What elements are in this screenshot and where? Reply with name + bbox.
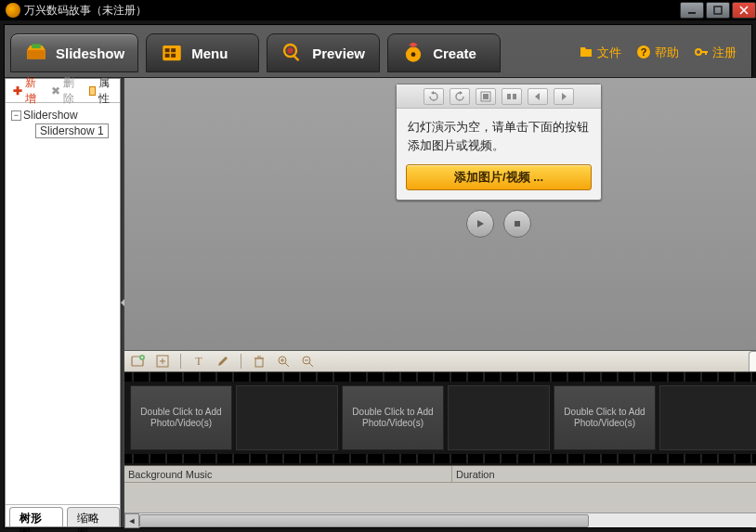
empty-slideshow-panel: 幻灯演示为空，请单击下面的按钮添加图片或视频。 添加图片/视频 ... — [396, 84, 602, 201]
help-menu[interactable]: ? 帮助 — [636, 45, 679, 62]
svg-rect-4 — [165, 48, 170, 52]
sidebar-tree: − Slidershow Slidershow 1 — [6, 103, 120, 504]
help-menu-label: 帮助 — [655, 45, 679, 61]
app-frame: Slideshow Menu Preview Create 文件 — [0, 20, 756, 532]
fit-icon[interactable] — [476, 88, 496, 105]
storyboard-slot[interactable] — [236, 385, 338, 450]
sidebar-thumbview-tab[interactable]: 缩略图 — [67, 507, 121, 526]
svg-rect-3 — [163, 45, 181, 60]
file-icon — [579, 45, 593, 62]
storyboard-slot[interactable]: Double Click to Add Photo/Video(s) — [342, 385, 444, 450]
svg-rect-20 — [507, 94, 511, 99]
sidebar-remove-button[interactable]: ✖ 删除 — [47, 75, 78, 107]
svg-rect-0 — [688, 12, 696, 14]
bgmusic-rows[interactable] — [124, 483, 756, 513]
tree-root[interactable]: − Slidershow — [11, 109, 114, 122]
file-menu[interactable]: 文件 — [579, 45, 621, 62]
actual-size-icon[interactable] — [502, 88, 522, 105]
register-menu-label: 注册 — [712, 45, 736, 61]
tree-child[interactable]: Slidershow 1 — [35, 123, 109, 138]
tab-slideshow-label: Slideshow — [56, 45, 124, 61]
storyboard-slot[interactable]: Double Click to Add Photo/Video(s) — [130, 385, 232, 450]
zoom-in-icon[interactable] — [275, 353, 292, 370]
tab-menu[interactable]: Menu — [146, 33, 259, 72]
bgmusic-panel: Background Music Duration Track Index — [124, 465, 756, 513]
close-button[interactable] — [732, 2, 756, 19]
sidebar-treeview-tab[interactable]: 树形图 — [9, 507, 63, 526]
tab-create[interactable]: Create — [387, 33, 501, 72]
panel-toolbar — [397, 84, 601, 109]
rotate-right-icon[interactable] — [450, 88, 470, 105]
add-photo-icon[interactable] — [130, 353, 147, 370]
menu-icon — [160, 41, 184, 65]
playback-controls — [466, 210, 531, 238]
file-menu-label: 文件 — [597, 45, 621, 61]
sidebar-add-button[interactable]: ✚ 新增 — [9, 75, 40, 107]
slideshow-icon — [24, 41, 48, 65]
filmstrip: Double Click to Add Photo/Video(s) Doubl… — [124, 372, 756, 465]
properties-icon — [89, 86, 96, 96]
storyboard-slot[interactable] — [448, 385, 550, 450]
add-media-button[interactable]: 添加图片/视频 ... — [406, 164, 592, 190]
storyboard-slot[interactable] — [659, 385, 756, 450]
tab-preview-label: Preview — [312, 45, 365, 61]
next-icon[interactable] — [554, 88, 574, 105]
expand-icon[interactable]: − — [11, 110, 21, 121]
sidebar: ✚ 新增 ✖ 删除 属性 − Slidershow Slidershow 1 — [5, 78, 121, 527]
zoom-out-icon[interactable] — [299, 353, 316, 370]
prev-icon[interactable] — [528, 88, 548, 105]
tab-create-label: Create — [433, 45, 476, 61]
toolbar-separator — [241, 354, 241, 369]
stop-button[interactable] — [503, 210, 531, 238]
create-icon — [401, 41, 425, 65]
plus-icon: ✚ — [13, 84, 22, 97]
preview-icon — [280, 41, 305, 65]
rotate-left-icon[interactable] — [424, 88, 444, 105]
window-title: 万兴数码故事（未注册） — [24, 3, 678, 19]
svg-rect-9 — [293, 55, 299, 61]
tab-preview[interactable]: Preview — [267, 33, 380, 72]
add-blank-icon[interactable] — [154, 353, 171, 370]
sidebar-properties-label: 属性 — [98, 75, 112, 107]
edit-icon[interactable] — [215, 353, 231, 370]
empty-message: 幻灯演示为空，请单击下面的按钮添加图片或视频。 — [397, 109, 601, 164]
col-duration[interactable]: Duration — [452, 466, 756, 482]
svg-point-10 — [288, 47, 294, 54]
tab-slideshow[interactable]: Slideshow — [10, 33, 138, 72]
svg-point-12 — [411, 52, 416, 57]
svg-rect-7 — [171, 54, 176, 58]
svg-rect-17 — [705, 51, 707, 55]
sidebar-properties-button[interactable]: 属性 — [85, 75, 116, 107]
main-area: 幻灯演示为空，请单击下面的按钮添加图片或视频。 添加图片/视频 ... T — [124, 78, 756, 527]
scroll-thumb[interactable] — [139, 514, 589, 527]
storyboard-toolbar: T 故事板 时间线 — [124, 350, 756, 372]
stage: 幻灯演示为空，请单击下面的按钮添加图片或视频。 添加图片/视频 ... — [124, 78, 756, 350]
toolbar-separator — [180, 354, 181, 369]
app-icon — [6, 3, 20, 18]
main-header: Slideshow Menu Preview Create 文件 — [5, 25, 751, 77]
horizontal-scrollbar[interactable]: ◄ ► — [124, 513, 756, 527]
work-area: ✚ 新增 ✖ 删除 属性 − Slidershow Slidershow 1 — [5, 77, 751, 527]
delete-icon[interactable] — [251, 353, 267, 370]
svg-rect-6 — [165, 54, 170, 58]
tab-menu-label: Menu — [191, 45, 228, 61]
svg-rect-27 — [255, 358, 263, 367]
text-icon[interactable]: T — [190, 353, 207, 370]
maximize-button[interactable] — [706, 2, 730, 19]
svg-text:?: ? — [641, 46, 647, 58]
storyboard-tab[interactable]: 故事板 — [749, 351, 756, 371]
register-menu[interactable]: 注册 — [694, 45, 736, 62]
x-icon: ✖ — [51, 84, 60, 97]
sprocket-bottom — [124, 454, 756, 463]
col-bgmusic[interactable]: Background Music — [124, 466, 452, 482]
scroll-left-icon[interactable]: ◄ — [124, 513, 139, 528]
storyboard-slot[interactable]: Double Click to Add Photo/Video(s) — [554, 385, 656, 450]
play-button[interactable] — [466, 210, 494, 238]
svg-rect-2 — [32, 44, 41, 48]
titlebar: 万兴数码故事（未注册） — [0, 0, 756, 20]
svg-rect-22 — [515, 221, 520, 227]
sidebar-remove-label: 删除 — [63, 75, 74, 107]
minimize-button[interactable] — [680, 2, 704, 19]
help-icon: ? — [636, 45, 651, 62]
svg-text:T: T — [195, 355, 202, 368]
